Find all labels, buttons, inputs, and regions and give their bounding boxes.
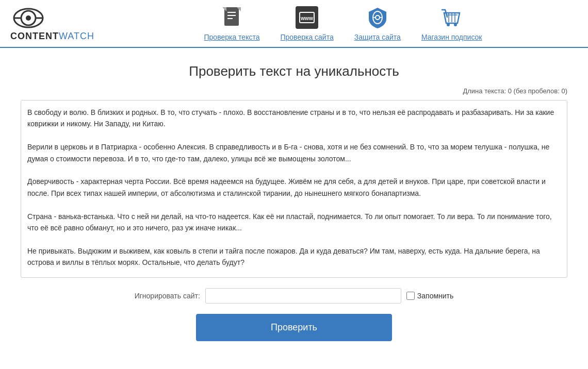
nav-site-check[interactable]: www Проверка сайта — [280, 6, 333, 41]
nav-text-check-label: Проверка текста — [204, 33, 260, 41]
nav-site-protect[interactable]: Защита сайта — [354, 6, 401, 41]
text-check-icon — [220, 6, 243, 29]
logo-text: CONTENTWATCH — [10, 31, 94, 42]
svg-text:www: www — [300, 15, 313, 21]
check-button[interactable]: Проверить — [196, 314, 392, 341]
nav-shop[interactable]: Магазин подписок — [421, 6, 482, 41]
remember-checkbox[interactable] — [406, 292, 415, 300]
page-title: Проверить текст на уникальность — [21, 63, 567, 79]
logo-icon — [10, 5, 46, 31]
site-protect-icon — [366, 6, 389, 29]
svg-rect-5 — [224, 7, 239, 26]
ignore-row: Игнорировать сайт: Запомнить — [21, 288, 567, 304]
text-length: Длина текста: 0 (без пробелов: 0) — [21, 87, 567, 95]
header: CONTENTWATCH Проверка текста — [0, 0, 588, 48]
nav-items: Проверка текста www Проверка сайта — [108, 6, 578, 41]
remember-checkbox-container: Запомнить — [406, 292, 454, 300]
main-textarea[interactable]: В свободу и волю. В близких и родных. В … — [21, 100, 567, 276]
nav-site-check-label: Проверка сайта — [280, 33, 333, 41]
svg-point-23 — [454, 23, 457, 26]
svg-point-22 — [447, 23, 450, 26]
svg-point-2 — [26, 15, 31, 21]
nav-shop-label: Магазин подписок — [421, 33, 482, 41]
ignore-site-input[interactable] — [205, 288, 401, 304]
main-content: Проверить текст на уникальность Длина те… — [10, 48, 578, 357]
nav-text-check[interactable]: Проверка текста — [204, 6, 260, 41]
shop-icon — [440, 6, 463, 29]
site-check-icon: www — [296, 6, 318, 29]
nav-site-protect-label: Защита сайта — [354, 33, 401, 41]
text-area-container: В свободу и волю. В близких и родных. В … — [21, 100, 567, 278]
remember-label[interactable]: Запомнить — [417, 292, 454, 300]
ignore-label: Игнорировать сайт: — [135, 292, 200, 300]
logo-area: CONTENTWATCH — [10, 5, 108, 42]
